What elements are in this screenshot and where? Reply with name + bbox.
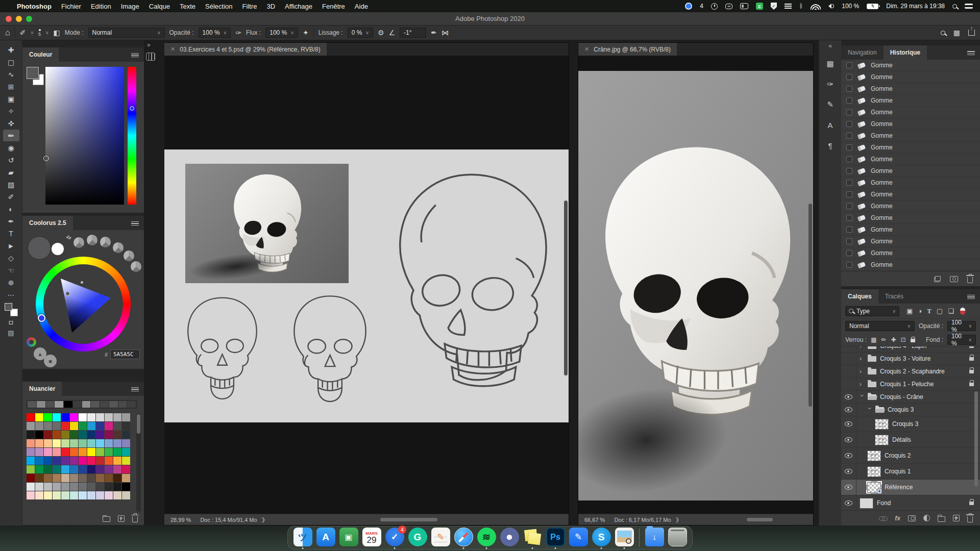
horizontal-scrollbar[interactable] [747,518,773,521]
panel-menu-icon[interactable] [967,295,975,299]
swatch[interactable] [44,413,52,421]
swatch[interactable] [44,439,52,447]
panel-menu-icon[interactable] [967,51,975,55]
pressure-size-icon[interactable]: ✒ [431,29,437,37]
paragraph-panel-icon[interactable]: ¶ [819,135,841,156]
new-layer-icon[interactable] [953,515,960,521]
layer-thumbnail[interactable] [875,435,889,445]
type-tool[interactable]: T [3,228,19,239]
smudge-tool[interactable]: ✐ [3,191,19,203]
document-canvas[interactable] [578,56,813,514]
visibility-eye-icon[interactable] [841,416,856,432]
filter-smart-objects-icon[interactable]: ❏ [948,307,954,315]
swatch[interactable] [79,422,87,430]
history-source-checkbox[interactable] [846,86,852,92]
swatch[interactable] [105,483,113,491]
swatch[interactable] [64,401,72,408]
group-chevron[interactable]: › [859,395,866,399]
brush-angle-field[interactable]: -1° [400,28,426,38]
current-color-circle[interactable] [28,236,51,260]
dock-pages[interactable]: ✎ [431,528,450,548]
swatch[interactable] [27,474,35,482]
swatch[interactable] [61,413,69,421]
swatch[interactable] [105,431,113,439]
search-icon[interactable] [941,31,945,35]
collapsed-panel-icon[interactable] [146,53,155,61]
swatch[interactable] [70,457,78,465]
stack-menu-icon[interactable] [785,4,792,9]
swatch[interactable] [70,413,78,421]
tab-crane-jpg[interactable]: ✕ Crâne.jpg @ 66,7% (RVB/8) [578,43,677,56]
tab-couleur[interactable]: Couleur [22,47,59,62]
edit-toolbar[interactable]: ⋯ [3,289,19,300]
swatch[interactable] [37,401,45,408]
brush-size-chevron[interactable]: ∨ [45,30,49,35]
history-source-checkbox[interactable] [846,180,852,186]
status-info-chevron[interactable]: ❯ [261,517,265,522]
swatch[interactable] [100,401,109,408]
swatch[interactable] [28,401,36,408]
swatch[interactable] [44,457,52,465]
lasso-tool[interactable]: ∿ [3,68,19,80]
swatch[interactable] [79,439,87,447]
swatch[interactable] [122,474,130,482]
brush-size-picker[interactable]: 5 [38,29,41,37]
zoom-level-field[interactable]: 66,67 % [578,517,610,523]
menu-texte[interactable]: Texte [180,3,195,10]
swatch[interactable] [55,401,63,408]
hue-slider-cursor[interactable] [130,106,134,111]
secondary-color-circle[interactable] [52,243,64,255]
clone-stamp-tool[interactable]: ◉ [3,142,19,154]
history-source-checkbox[interactable] [846,133,852,139]
swatch[interactable] [27,457,35,465]
smoothing-select[interactable]: 0 %∨ [348,28,373,38]
dock-finder[interactable]: ツ [293,528,312,548]
panel-menu-icon[interactable] [131,53,139,57]
swatch[interactable] [122,491,130,499]
add-mask-icon[interactable] [908,515,916,521]
history-source-checkbox[interactable] [846,74,852,80]
history-step[interactable]: Gomme [841,236,980,247]
swatch[interactable] [109,401,118,408]
dock-spotify[interactable]: ≋ [477,528,496,548]
collapse-panels-icon[interactable]: » [147,41,151,48]
group-chevron[interactable]: › [860,346,864,349]
layer-fill-select[interactable]: 100 % ∨ [947,335,976,345]
swatch[interactable] [46,401,55,408]
swatch[interactable] [118,401,127,408]
zoom-level-field[interactable]: 28,99 % [164,517,196,523]
layer-row-croquis-3-voiture[interactable]: › Croquis 3 - Voiture [841,353,980,365]
minimize-window-button[interactable] [16,16,22,22]
marquee-tool[interactable]: ▢ [3,56,19,68]
new-swatch-icon[interactable] [118,515,125,522]
shield-menu-icon[interactable]: ✓ [771,3,777,10]
menubar-clock[interactable]: Dim. 29 mars à 19:38 [886,3,945,10]
dock-app-store[interactable]: A [316,528,335,548]
delete-swatch-icon[interactable] [132,516,138,522]
filter-pixel-layers-icon[interactable]: ▣ [906,307,913,315]
adjustment-layer-icon[interactable] [923,515,930,521]
color-scheme-preset[interactable] [74,237,84,248]
swatch[interactable] [35,483,43,491]
swatch[interactable] [27,439,35,447]
swatch[interactable] [105,448,113,456]
document-canvas[interactable] [164,56,569,514]
panel-menu-icon[interactable] [131,221,139,226]
swatch[interactable] [113,439,121,447]
visibility-eye-icon[interactable] [841,391,856,403]
brush-preset-icon[interactable]: ✐ [20,29,26,37]
swatch[interactable] [35,431,43,439]
layer-row-croquis-3[interactable]: Croquis 3 [841,416,980,432]
history-step[interactable]: Gomme [841,142,980,154]
swatch[interactable] [73,401,82,408]
foreground-color-swatch[interactable] [5,303,12,311]
crop-tool[interactable]: ⊞ [3,81,19,92]
swatch[interactable] [61,448,69,456]
history-step[interactable]: Gomme [841,165,980,177]
swatch[interactable] [113,457,121,465]
visibility-toggle-empty[interactable] [841,353,856,365]
visibility-toggle-empty[interactable] [841,365,856,378]
dock-discord[interactable]: ☻ [500,528,519,548]
menu-photoshop[interactable]: Photoshop [17,3,52,10]
hex-value-field[interactable]: 5A5A5C [110,349,140,359]
